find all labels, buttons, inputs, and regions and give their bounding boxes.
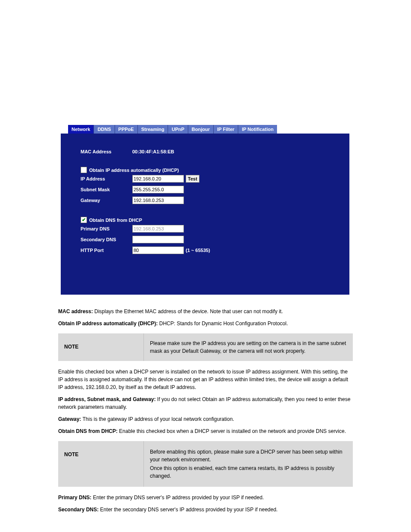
tab-ip-notification[interactable]: IP Notification — [238, 125, 277, 134]
http-port-input[interactable] — [132, 246, 184, 254]
mac-address-value: 00:30:4F:A1:58:EB — [132, 149, 174, 154]
dhcp-ip-checkbox[interactable] — [81, 167, 87, 173]
pdns-text: Enter the primary DNS server's IP addres… — [91, 495, 264, 501]
secondary-dns-input[interactable] — [132, 236, 184, 243]
pdns-term: Primary DNS: — [58, 495, 91, 501]
note2-line1: Before enabling this option, please make… — [150, 448, 347, 464]
note2-line2: Once this option is enabled, each time c… — [150, 464, 347, 480]
tab-bar: Network DDNS PPPoE Streaming UPnP Bonjou… — [68, 125, 349, 134]
mac-text: Displays the Ethernet MAC address of the… — [93, 308, 283, 314]
tab-ddns[interactable]: DDNS — [94, 125, 115, 134]
tab-bonjour[interactable]: Bonjour — [188, 125, 214, 134]
gateway-input[interactable] — [132, 196, 184, 204]
dhcp-dns-checkbox[interactable]: ✔ — [81, 217, 87, 223]
dhcp-dns-label: Obtain DNS from DHCP — [89, 218, 142, 223]
mac-term: MAC address: — [58, 308, 93, 314]
network-config-screenshot: Network DDNS PPPoE Streaming UPnP Bonjou… — [61, 125, 349, 295]
dhcp-ip-label: Obtain IP address automatically (DHCP) — [89, 168, 179, 173]
primary-dns-label: Primary DNS — [81, 226, 132, 231]
mac-address-label: MAC Address — [81, 149, 132, 154]
http-port-hint: (1 ~ 65535) — [186, 248, 210, 253]
tab-streaming[interactable]: Streaming — [138, 125, 168, 134]
ip-term: IP address, Subnet mask, and Gateway: — [58, 396, 156, 402]
tab-ip-filter[interactable]: IP Filter — [214, 125, 238, 134]
sdns-term: Secondary DNS: — [58, 507, 99, 513]
obtain-text: DHCP: Stands for Dynamic Host Configurat… — [158, 320, 288, 327]
tab-upnp[interactable]: UPnP — [168, 125, 188, 134]
tab-pppoe[interactable]: PPPoE — [115, 125, 138, 134]
tab-network[interactable]: Network — [68, 125, 94, 134]
obtain-p2: Enable this checked box when a DHCP serv… — [58, 368, 353, 391]
note-text: Please make sure the IP address you are … — [144, 333, 353, 361]
document-body: MAC address: Displays the Ethernet MAC a… — [58, 308, 353, 513]
sdns-text: Enter the secondary DNS server's IP addr… — [99, 507, 277, 513]
gw-term: Gateway: — [58, 416, 81, 422]
note-label: NOTE — [58, 333, 144, 361]
ip-address-input[interactable] — [132, 175, 184, 183]
subnet-mask-label: Subnet Mask — [81, 187, 132, 192]
ip-address-label: IP Address — [81, 176, 132, 181]
primary-dns-input[interactable] — [132, 225, 184, 233]
note-dhcp-table: NOTE Please make sure the IP address you… — [58, 333, 353, 361]
dns-text: Enable this checked box when a DHCP serv… — [118, 428, 346, 434]
subnet-mask-input[interactable] — [132, 186, 184, 193]
dns-term: Obtain DNS from DHCP: — [58, 428, 118, 434]
secondary-dns-label: Secondary DNS — [81, 237, 132, 242]
network-panel: MAC Address 00:30:4F:A1:58:EB Obtain IP … — [61, 134, 349, 295]
obtain-term: Obtain IP address automatically (DHCP): — [58, 320, 158, 327]
gw-text: This is the gateway IP address of your l… — [81, 416, 234, 422]
note-dns-table: NOTE Before enabling this option, please… — [58, 441, 353, 487]
gateway-label: Gateway — [81, 198, 132, 203]
note-label-2: NOTE — [58, 441, 144, 487]
test-button[interactable]: Test — [186, 175, 199, 183]
http-port-label: HTTP Port — [81, 248, 132, 253]
